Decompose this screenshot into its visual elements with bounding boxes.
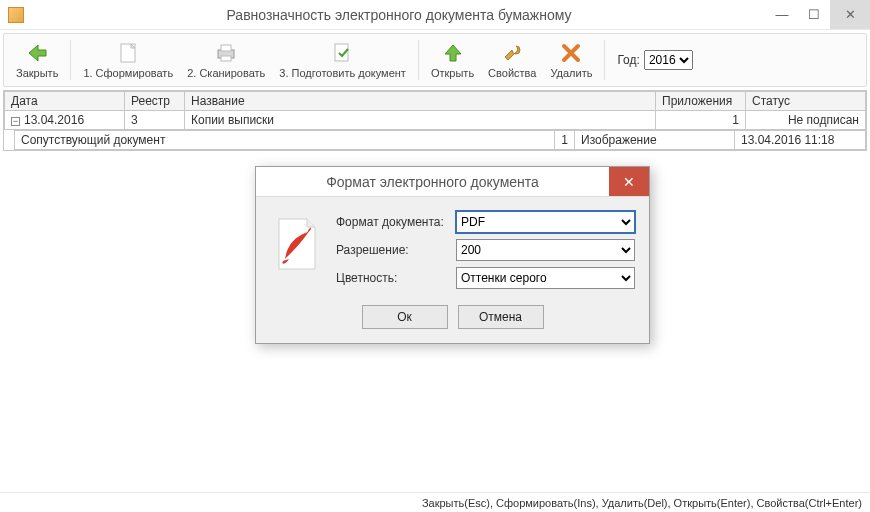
cell-ts: 13.04.2016 11:18 xyxy=(735,131,866,150)
cell-image: Изображение xyxy=(575,131,735,150)
app-icon xyxy=(8,7,24,23)
cell-attachments: 1 xyxy=(656,111,746,130)
grid-subrow[interactable]: Сопутствующий документ 1 Изображение 13.… xyxy=(15,131,866,150)
document-icon xyxy=(116,41,140,65)
prepare-label: 3. Подготовить документ xyxy=(279,67,406,79)
printer-icon xyxy=(214,41,238,65)
format-dialog: Формат электронного документа ✕ Формат д… xyxy=(255,166,650,344)
properties-button[interactable]: Свойства xyxy=(482,36,542,84)
dialog-close-button[interactable]: ✕ xyxy=(609,167,649,196)
resolution-label: Разрешение: xyxy=(336,243,456,257)
scan-label: 2. Сканировать xyxy=(187,67,265,79)
close-label: Закрыть xyxy=(16,67,58,79)
wrench-icon xyxy=(500,41,524,65)
year-label: Год: xyxy=(617,53,639,67)
svg-rect-4 xyxy=(221,45,231,51)
color-select[interactable]: Оттенки серого xyxy=(456,267,635,289)
grid-header-row: Дата Реестр Название Приложения Статус xyxy=(5,92,866,111)
minimize-button[interactable]: — xyxy=(766,0,798,29)
svg-rect-5 xyxy=(221,56,231,61)
status-bar: Закрыть(Esc), Сформировать(Ins), Удалить… xyxy=(0,492,870,512)
resolution-select[interactable]: 200 xyxy=(456,239,635,261)
year-select[interactable]: 2016 xyxy=(644,50,693,70)
shortcut-hints: Закрыть(Esc), Сформировать(Ins), Удалить… xyxy=(422,497,862,509)
col-attachments[interactable]: Приложения xyxy=(656,92,746,111)
open-label: Открыть xyxy=(431,67,474,79)
separator xyxy=(418,40,419,80)
close-button[interactable]: Закрыть xyxy=(10,36,64,84)
collapse-icon[interactable]: − xyxy=(11,117,20,126)
svg-marker-7 xyxy=(445,45,461,61)
cell-status: Не подписан xyxy=(746,111,866,130)
arrow-left-icon xyxy=(25,41,49,65)
format-label: Формат документа: xyxy=(336,215,456,229)
open-button[interactable]: Открыть xyxy=(425,36,480,84)
col-date[interactable]: Дата xyxy=(5,92,125,111)
prepare-button[interactable]: 3. Подготовить документ xyxy=(273,36,412,84)
toolbar: Закрыть 1. Сформировать 2. Сканировать 3… xyxy=(3,33,867,87)
col-status[interactable]: Статус xyxy=(746,92,866,111)
svg-marker-0 xyxy=(29,45,46,61)
cancel-button[interactable]: Отмена xyxy=(458,305,544,329)
dialog-title: Формат электронного документа xyxy=(256,174,609,190)
delete-label: Удалить xyxy=(550,67,592,79)
main-grid: Дата Реестр Название Приложения Статус −… xyxy=(3,90,867,151)
cell-date: 13.04.2016 xyxy=(24,113,84,127)
grid-row[interactable]: −13.04.2016 3 Копии выписки 1 Не подписа… xyxy=(5,111,866,130)
cell-num: 1 xyxy=(555,131,575,150)
titlebar: Равнозначность электронного документа бу… xyxy=(0,0,870,30)
delete-x-icon xyxy=(559,41,583,65)
col-name[interactable]: Название xyxy=(185,92,656,111)
window-title: Равнозначность электронного документа бу… xyxy=(32,7,766,23)
color-label: Цветность: xyxy=(336,271,456,285)
document-check-icon xyxy=(331,41,355,65)
maximize-button[interactable]: ☐ xyxy=(798,0,830,29)
form-button[interactable]: 1. Сформировать xyxy=(77,36,179,84)
scan-button[interactable]: 2. Сканировать xyxy=(181,36,271,84)
cell-name: Копии выписки xyxy=(185,111,656,130)
col-registry[interactable]: Реестр xyxy=(125,92,185,111)
arrow-up-icon xyxy=(441,41,465,65)
close-window-button[interactable]: ✕ xyxy=(830,0,870,29)
cell-registry: 3 xyxy=(125,111,185,130)
properties-label: Свойства xyxy=(488,67,536,79)
form-label: 1. Сформировать xyxy=(83,67,173,79)
format-select[interactable]: PDF xyxy=(456,211,635,233)
cell-doc-type: Сопутствующий документ xyxy=(15,131,555,150)
pdf-icon xyxy=(270,211,324,289)
separator xyxy=(604,40,605,80)
separator xyxy=(70,40,71,80)
delete-button[interactable]: Удалить xyxy=(544,36,598,84)
ok-button[interactable]: Ок xyxy=(362,305,448,329)
